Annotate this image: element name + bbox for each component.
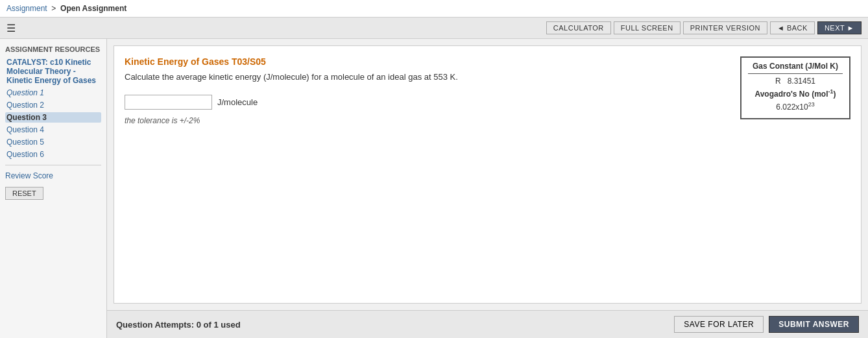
reference-r-label: R bbox=[775, 77, 781, 86]
toolbar-left-space: ☰ bbox=[6, 22, 16, 34]
reference-r-value: 8.31451 bbox=[788, 77, 815, 86]
reference-title: Gas Constant (J/Mol K) bbox=[748, 62, 843, 74]
question-box: Gas Constant (J/Mol K) R 8.31451 Avogadr… bbox=[114, 45, 862, 304]
sidebar-item-question2[interactable]: Question 2 bbox=[5, 100, 101, 110]
answer-input[interactable] bbox=[125, 95, 212, 110]
sidebar-divider bbox=[5, 165, 101, 165]
bottom-bar: Question Attempts: 0 of 1 used SAVE FOR … bbox=[107, 310, 868, 338]
main-layout: ASSIGNMENT RESOURCES CATALYST: c10 Kinet… bbox=[0, 39, 868, 338]
sidebar-section-title: ASSIGNMENT RESOURCES bbox=[5, 45, 101, 53]
sidebar-catalyst-link[interactable]: CATALYST: c10 Kinetic Molecular Theory -… bbox=[5, 57, 101, 86]
content-area: Gas Constant (J/Mol K) R 8.31451 Avogadr… bbox=[107, 39, 868, 338]
assignment-link[interactable]: Assignment bbox=[6, 4, 47, 13]
toolbar: ☰ CALCULATOR FULL SCREEN PRINTER VERSION… bbox=[0, 18, 868, 39]
reference-r-row: R 8.31451 bbox=[748, 77, 843, 86]
reference-avogadro-label-row: Avogadro's No (mol-1) bbox=[748, 88, 843, 99]
reference-box: Gas Constant (J/Mol K) R 8.31451 Avogadr… bbox=[740, 56, 850, 119]
attempts-text: Question Attempts: 0 of 1 used bbox=[116, 320, 241, 330]
reset-button[interactable]: RESET bbox=[5, 187, 43, 200]
sidebar-item-question5[interactable]: Question 5 bbox=[5, 137, 101, 147]
sidebar-item-question1[interactable]: Question 1 bbox=[5, 88, 101, 98]
sidebar: ASSIGNMENT RESOURCES CATALYST: c10 Kinet… bbox=[0, 39, 107, 338]
next-button[interactable]: NEXT ► bbox=[817, 21, 862, 34]
menu-icon: ☰ bbox=[6, 23, 16, 34]
printer-version-button[interactable]: PRINTER VERSION bbox=[683, 21, 767, 34]
sidebar-item-question4[interactable]: Question 4 bbox=[5, 125, 101, 135]
sidebar-item-question6[interactable]: Question 6 bbox=[5, 149, 101, 160]
full-screen-button[interactable]: FULL SCREEN bbox=[614, 21, 681, 34]
breadcrumb: Assignment > Open Assignment bbox=[0, 0, 868, 18]
reference-avogadro-label: Avogadro's No (mol bbox=[754, 90, 828, 99]
save-for-later-button[interactable]: SAVE FOR LATER bbox=[674, 316, 764, 333]
answer-unit: J/molecule bbox=[217, 97, 258, 107]
reference-avogadro-value-base: 6.022x10 bbox=[776, 103, 808, 112]
calculator-button[interactable]: CALCULATOR bbox=[546, 21, 611, 34]
reset-button-container: RESET bbox=[5, 180, 101, 200]
sidebar-review-score[interactable]: Review Score bbox=[5, 171, 101, 180]
reference-avogadro-value-row: 6.022x1023 bbox=[748, 101, 843, 112]
current-page: Open Assignment bbox=[60, 4, 127, 13]
avogadro-exp2: 23 bbox=[808, 101, 815, 108]
submit-answer-button[interactable]: SUBMIT ANSWER bbox=[769, 316, 859, 333]
avogadro-exp: -1 bbox=[828, 88, 834, 95]
catalyst-link-anchor[interactable]: CATALYST: c10 Kinetic Molecular Theory -… bbox=[6, 58, 96, 85]
back-button[interactable]: ◄ BACK bbox=[770, 21, 815, 34]
sidebar-item-question3[interactable]: Question 3 bbox=[5, 112, 101, 123]
